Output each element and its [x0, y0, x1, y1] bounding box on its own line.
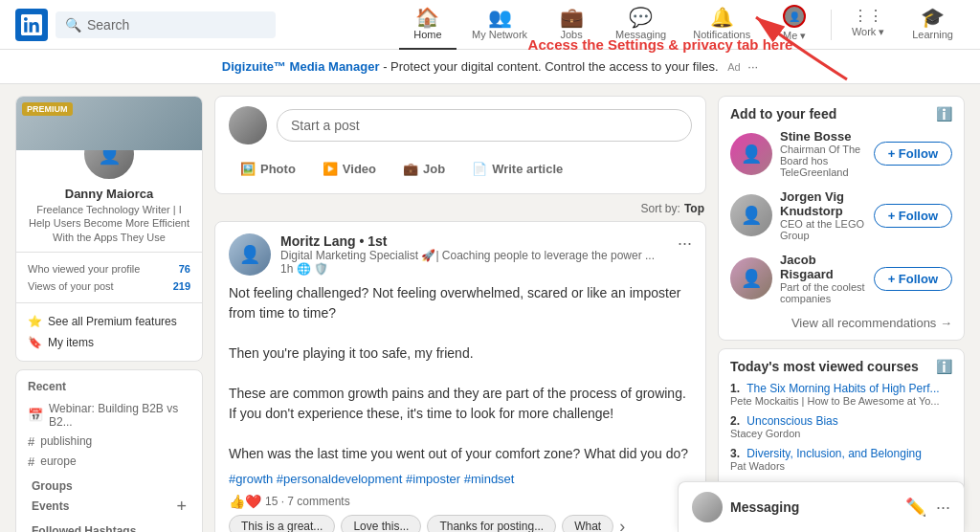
my-items-link[interactable]: 🔖 My items: [28, 332, 190, 353]
video-button[interactable]: ▶️ Video: [311, 154, 388, 184]
post-user-info: Moritz Lang • 1st Digital Marketing Spec…: [280, 233, 668, 276]
messaging-more-icon[interactable]: ···: [936, 498, 950, 518]
follow-button-0[interactable]: + Follow: [874, 142, 952, 166]
add-event-button[interactable]: +: [176, 497, 187, 517]
post-stats: 👍❤️ 15 · 7 comments: [229, 494, 692, 509]
post-author-avatar[interactable]: 👤: [229, 233, 271, 276]
learning-icon: 🎓: [921, 8, 945, 27]
courses-title: Today's most viewed courses ℹ️: [730, 359, 952, 374]
more-replies-button[interactable]: ›: [619, 517, 625, 533]
job-button[interactable]: 💼 Job: [391, 154, 457, 184]
post-hashtags[interactable]: #growth #personaldevelopment #imposter #…: [229, 472, 692, 486]
course-num-2: 3.: [730, 447, 740, 460]
nav-divider: [831, 10, 832, 40]
profile-title: Freelance Technology Writer | I Help Use…: [28, 203, 190, 244]
messaging-label: Messaging: [730, 499, 898, 515]
me-avatar: 👤: [783, 5, 806, 28]
recent-item-webinar[interactable]: 📅 Webinar: Building B2B vs B2...: [28, 399, 190, 432]
left-sidebar: PREMIUM 👤 Danny Maiorca Freelance Techno…: [15, 96, 203, 532]
follow-button-1[interactable]: + Follow: [874, 204, 952, 228]
followed-hashtags-title: Followed Hashtags: [32, 524, 187, 532]
post-more-options-button[interactable]: ···: [678, 233, 692, 254]
post-actions: 🖼️ Photo ▶️ Video 💼 Job 📄 Write article: [229, 154, 692, 184]
views-label: Who viewed your profile: [28, 263, 140, 275]
recent-title: Recent: [28, 380, 190, 393]
rec-name-2[interactable]: Jacob Risgaard: [780, 253, 866, 281]
premium-icon: ⭐: [28, 315, 42, 328]
nav-item-home[interactable]: 🏠 Home: [399, 0, 457, 50]
profile-footer: ⭐ See all Premium features 🔖 My items: [16, 302, 202, 361]
banner-text: - Protect your digital content. Control …: [380, 59, 719, 74]
premium-features-link[interactable]: ⭐ See all Premium features: [28, 311, 190, 332]
quick-reply-0[interactable]: This is a great...: [229, 515, 335, 532]
nav-item-network[interactable]: 👥 My Network: [460, 0, 539, 50]
post-user-avatar: [229, 106, 267, 144]
nav-item-work[interactable]: ⋮⋮ Work ▾: [839, 0, 897, 50]
network-icon: 👥: [488, 8, 512, 27]
promo-banner: Digizuite™ Media Manager - Protect your …: [0, 50, 980, 84]
rec-name-1[interactable]: Jorgen Vig Knudstorp: [780, 189, 866, 218]
follow-button-2[interactable]: + Follow: [874, 267, 952, 291]
quick-replies: This is a great... Love this... Thanks f…: [229, 515, 692, 532]
course-title-0[interactable]: The Six Morning Habits of High Perf...: [746, 382, 939, 395]
post-input-row: Start a post: [229, 106, 692, 144]
groups-header: Groups: [32, 479, 187, 493]
nav-item-jobs[interactable]: 💼 Jobs: [543, 0, 600, 50]
nav-items: 🏠 Home 👥 My Network 💼 Jobs 💬 Messaging 🔔…: [399, 0, 965, 50]
right-sidebar: Add to your feed ℹ️ 👤 Stine Bosse Chairm…: [718, 96, 965, 532]
recent-item-europe[interactable]: # europe: [28, 452, 190, 472]
quick-reply-1[interactable]: Love this...: [341, 515, 421, 532]
nav-item-messaging[interactable]: 💬 Messaging: [604, 0, 678, 50]
course-item-1: 2. Unconscious Bias Stacey Gordon: [730, 414, 952, 439]
rec-title-1: CEO at the LEGO Group: [780, 218, 866, 241]
sort-prefix: Sort by:: [641, 202, 680, 215]
linkedin-logo[interactable]: [15, 9, 48, 41]
search-box[interactable]: 🔍 Search: [56, 11, 276, 38]
rec-name-0[interactable]: Stine Bosse: [780, 129, 866, 144]
quick-reply-3[interactable]: What: [562, 515, 613, 532]
messaging-icons: ✏️ ···: [905, 497, 950, 518]
post-body: Not feeling challenged? Not feeling over…: [229, 283, 692, 464]
post-input-field[interactable]: Start a post: [277, 109, 692, 142]
view-all-recommendations[interactable]: View all recommendations →: [730, 316, 952, 330]
search-icon: 🔍: [65, 17, 81, 33]
courses-info-icon[interactable]: ℹ️: [936, 359, 952, 374]
work-icon: ⋮⋮: [853, 9, 883, 24]
course-subtitle-2: Pat Wadors: [730, 460, 952, 472]
quick-reply-2[interactable]: Thanks for posting...: [427, 515, 556, 532]
top-navigation: 🔍 Search 🏠 Home 👥 My Network 💼 Jobs 💬 Me…: [0, 0, 980, 50]
nav-item-me[interactable]: 👤 Me ▾: [766, 0, 823, 50]
info-icon[interactable]: ℹ️: [936, 106, 952, 122]
photo-button[interactable]: 🖼️ Photo: [229, 154, 307, 184]
notifications-icon: 🔔: [710, 8, 734, 27]
groups-section: Groups Events + Followed Hashtags # publ…: [28, 479, 190, 532]
compose-icon[interactable]: ✏️: [905, 497, 926, 518]
sort-value[interactable]: Top: [684, 202, 704, 215]
post-views-stat[interactable]: Views of your post 219: [28, 277, 190, 295]
add-to-feed-card: Add to your feed ℹ️ 👤 Stine Bosse Chairm…: [718, 96, 965, 341]
messaging-widget[interactable]: Messaging ✏️ ···: [678, 481, 965, 532]
rec-info-2: Jacob Risgaard Part of the coolest compa…: [780, 253, 866, 304]
post-time: 1h 🌐 🛡️: [280, 262, 668, 276]
views-value: 76: [179, 263, 190, 275]
job-icon: 💼: [403, 162, 418, 176]
recent-item-publishing[interactable]: # publishing: [28, 432, 190, 452]
post-views-label: Views of your post: [28, 280, 114, 292]
feed-post: 👤 Moritz Lang • 1st Digital Marketing Sp…: [214, 221, 706, 532]
banner-ad-label: Ad: [727, 61, 740, 73]
banner-more-button[interactable]: ···: [747, 59, 758, 74]
course-item-0: 1. The Six Morning Habits of High Perf..…: [730, 382, 952, 407]
article-button[interactable]: 📄 Write article: [460, 154, 574, 184]
course-num-1: 2.: [730, 414, 740, 428]
banner-brand-link[interactable]: Digizuite™ Media Manager: [222, 59, 380, 74]
nav-item-notifications[interactable]: 🔔 Notifications: [681, 0, 762, 50]
post-creation-box: Start a post 🖼️ Photo ▶️ Video 💼 Job 📄 W: [214, 96, 706, 194]
nav-item-learning[interactable]: 🎓 Learning: [901, 0, 965, 50]
profile-views-stat[interactable]: Who viewed your profile 76: [28, 260, 190, 277]
main-feed: Start a post 🖼️ Photo ▶️ Video 💼 Job 📄 W: [214, 96, 706, 532]
course-title-2[interactable]: Diversity, Inclusion, and Belonging: [746, 447, 922, 460]
profile-name[interactable]: Danny Maiorca: [28, 187, 190, 201]
post-author-name[interactable]: Moritz Lang • 1st: [280, 233, 668, 249]
course-subtitle-0: Pete Mockaitis | How to Be Awesome at Yo…: [730, 395, 952, 407]
course-title-1[interactable]: Unconscious Bias: [746, 414, 837, 428]
